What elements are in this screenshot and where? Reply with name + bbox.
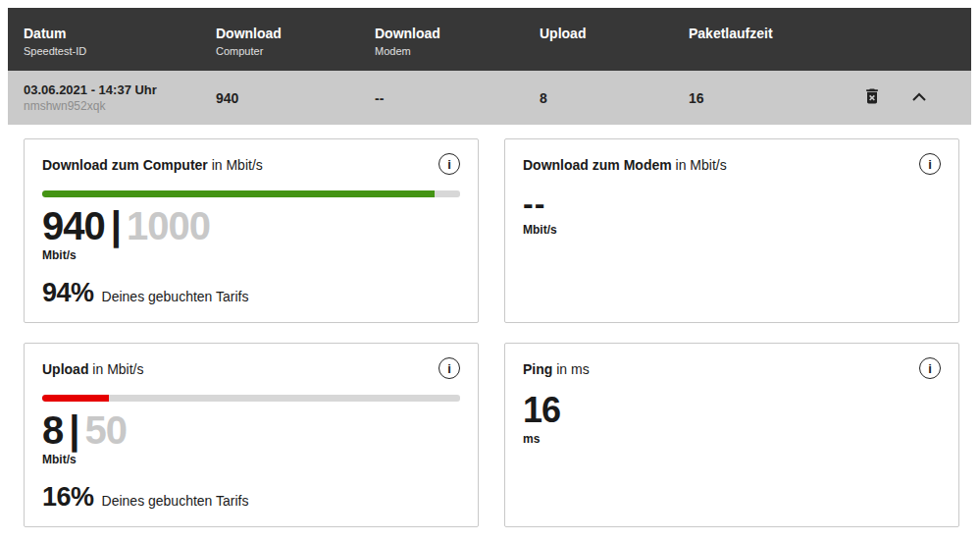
delete-result-button[interactable] — [855, 81, 889, 115]
progress-track — [42, 395, 460, 402]
card-title-text: Ping — [523, 361, 552, 377]
column-datum: Datum Speedtest-ID — [24, 26, 216, 57]
column-label-paketlaufzeit: Paketlaufzeit — [689, 26, 804, 42]
booked-max-value: 50 — [84, 408, 127, 452]
info-icon[interactable]: i — [438, 153, 460, 175]
measured-value: 8 — [42, 408, 63, 452]
column-upload: Upload — [540, 26, 689, 42]
card-title: Ping in ms — [523, 357, 590, 377]
info-icon[interactable]: i — [438, 357, 460, 379]
card-title-unit: in Mbit/s — [88, 361, 143, 377]
result-download-computer: 940 — [216, 90, 375, 106]
percent-of-tariff: 94% — [42, 278, 94, 308]
measured-value: 940 — [42, 204, 105, 247]
speedtest-results-panel: Datum Speedtest-ID Download Computer Dow… — [8, 8, 971, 527]
info-icon[interactable]: i — [919, 153, 941, 175]
column-label-datum: Datum — [24, 26, 216, 42]
result-row: 03.06.2021 - 14:37 Uhr nmshwn952xqk 940 … — [8, 71, 971, 125]
percent-label: Deines gebuchten Tarifs — [102, 289, 249, 304]
column-label-download: Download — [216, 26, 375, 42]
column-sub-modem: Modem — [375, 45, 540, 57]
measured-value: 16 — [523, 391, 941, 430]
detail-cards: Download zum Computer in Mbit/s i 940|10… — [8, 125, 971, 527]
card-title: Download zum Computer in Mbit/s — [42, 153, 263, 173]
card-title-text: Download zum Modem — [523, 157, 672, 173]
result-date-cell: 03.06.2021 - 14:37 Uhr nmshwn952xqk — [24, 82, 216, 113]
column-paketlaufzeit: Paketlaufzeit — [689, 26, 804, 42]
card-title-text: Download zum Computer — [42, 157, 208, 173]
unit-label: Mbit/s — [523, 223, 941, 237]
unit-label: Mbit/s — [42, 248, 460, 262]
card-download-modem: Download zum Modem in Mbit/s i -- Mbit/s — [504, 138, 959, 323]
card-download-computer: Download zum Computer in Mbit/s i 940|10… — [24, 138, 479, 323]
percent-of-tariff: 16% — [42, 482, 94, 513]
card-title-unit: in Mbit/s — [672, 157, 727, 173]
result-upload: 8 — [540, 90, 689, 106]
progress-fill — [42, 190, 435, 197]
unit-label: ms — [523, 432, 941, 446]
column-download-computer: Download Computer — [216, 26, 375, 57]
measured-value-line: 8|50 — [42, 409, 460, 451]
card-ping: Ping in ms i 16 ms — [504, 343, 959, 527]
percent-label: Deines gebuchten Tarifs — [102, 493, 249, 509]
card-upload: Upload in Mbit/s i 8|50 Mbit/s 16% Deine… — [24, 343, 479, 527]
progress-track — [42, 190, 460, 197]
value-separator: | — [111, 204, 121, 247]
progress-fill — [42, 395, 109, 402]
column-sub-computer: Computer — [216, 45, 375, 57]
result-speedtest-id: nmshwn952xqk — [24, 99, 216, 113]
column-label-upload: Upload — [540, 26, 689, 42]
value-separator: | — [69, 408, 78, 452]
info-icon[interactable]: i — [919, 357, 941, 379]
unit-label: Mbit/s — [42, 453, 460, 466]
result-paketlaufzeit: 16 — [689, 90, 804, 106]
result-date: 03.06.2021 - 14:37 Uhr — [24, 82, 216, 97]
card-title: Download zum Modem in Mbit/s — [523, 153, 727, 173]
chevron-up-icon — [911, 90, 927, 105]
measured-value-line: 940|1000 — [42, 205, 460, 246]
card-title-text: Upload — [42, 361, 88, 377]
booked-max-value: 1000 — [127, 204, 210, 247]
measured-value: -- — [523, 187, 941, 221]
column-label-download: Download — [375, 26, 540, 42]
trash-icon — [862, 86, 882, 109]
card-title: Upload in Mbit/s — [42, 357, 143, 377]
card-title-unit: in Mbit/s — [208, 157, 263, 173]
result-download-modem: -- — [375, 90, 540, 106]
column-sub-speedtest-id: Speedtest-ID — [24, 45, 216, 57]
collapse-row-button[interactable] — [903, 81, 936, 115]
results-table-header: Datum Speedtest-ID Download Computer Dow… — [8, 8, 971, 71]
card-title-unit: in ms — [552, 361, 589, 377]
column-download-modem: Download Modem — [375, 26, 540, 57]
